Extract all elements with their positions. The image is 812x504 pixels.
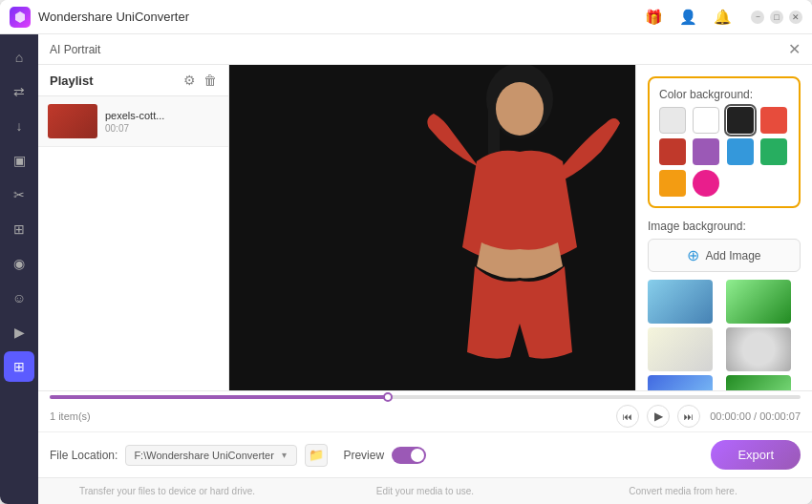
bg-image-4[interactable]	[726, 327, 791, 371]
sidebar-item-toolbox[interactable]: ⊞	[4, 351, 34, 382]
sidebar-item-screen[interactable]: ▣	[4, 145, 34, 176]
playlist-header: Playlist ⚙ 🗑	[38, 65, 228, 96]
play-button[interactable]: ▶	[647, 405, 670, 428]
playlist-item[interactable]: pexels-cott... 00:07	[38, 96, 228, 147]
color-grid	[659, 107, 789, 197]
bg-image-2[interactable]	[726, 280, 791, 324]
footer-item-1: Transfer your files to device or hard dr…	[38, 482, 296, 500]
bg-image-6[interactable]	[726, 375, 791, 390]
main-layout: ⌂ ⇄ ↓ ▣ ✂ ⊞ ◉ ☺ ▶ ⊞ AI Portrait ✕ Pla	[0, 34, 812, 504]
progress-thumb[interactable]	[383, 392, 393, 402]
app-title: Wondershare UniConverter	[38, 10, 640, 24]
maximize-button[interactable]: □	[770, 10, 783, 24]
color-swatch-lightgray[interactable]	[659, 107, 686, 134]
playlist-title: Playlist	[50, 74, 94, 88]
bg-image-5[interactable]	[648, 375, 713, 390]
color-background-section: Color background:	[648, 76, 801, 208]
left-panel: Playlist ⚙ 🗑 pexels-cott... 00:07	[38, 65, 229, 390]
minimize-button[interactable]: －	[751, 10, 764, 24]
color-swatch-orange[interactable]	[659, 170, 686, 197]
playlist-item-duration: 00:07	[105, 123, 219, 134]
file-location-label: File Location:	[50, 449, 118, 462]
color-swatch-green[interactable]	[760, 138, 787, 165]
sidebar-item-download[interactable]: ↓	[4, 111, 34, 141]
color-swatch-darkred[interactable]	[659, 138, 686, 165]
preview-toggle[interactable]	[392, 447, 426, 464]
ai-portrait-close[interactable]: ✕	[788, 40, 801, 58]
image-background-label: Image background:	[648, 220, 801, 233]
color-swatch-purple[interactable]	[693, 138, 719, 165]
bell-icon[interactable]: 🔔	[709, 4, 736, 31]
progress-fill	[50, 395, 388, 399]
playlist-thumbnail	[48, 104, 97, 138]
window-controls: － □ ✕	[751, 10, 802, 24]
file-path: F:\Wondershare UniConverter ▾	[125, 445, 297, 466]
title-bar-icons: 🎁 👤 🔔	[640, 4, 736, 31]
app-logo	[10, 7, 31, 28]
color-swatch-pink[interactable]	[693, 170, 719, 197]
file-row: File Location: F:\Wondershare UniConvert…	[38, 431, 812, 477]
sidebar-item-convert[interactable]: ⇄	[4, 76, 34, 107]
color-background-label: Color background:	[659, 88, 789, 101]
add-icon: ⊕	[687, 246, 699, 264]
time-display: 00:00:00 / 00:00:07	[710, 410, 801, 422]
sidebar-item-media[interactable]: ▶	[4, 317, 34, 347]
app-window: Wondershare UniConverter 🎁 👤 🔔 － □ ✕ ⌂ ⇄…	[0, 0, 812, 504]
progress-track[interactable]	[50, 395, 801, 399]
footer-item-2: Edit your media to use.	[296, 482, 554, 500]
close-button[interactable]: ✕	[789, 10, 802, 24]
color-swatch-red[interactable]	[760, 107, 787, 134]
bg-image-1[interactable]	[648, 280, 713, 324]
folder-button[interactable]: 📁	[305, 444, 328, 467]
playlist-item-name: pexels-cott...	[105, 110, 219, 121]
preview-label: Preview	[343, 449, 384, 462]
bottom-area: 1 item(s) ⏮ ▶ ⏭ 00:00:00 / 00:00:07 File…	[38, 390, 812, 477]
file-path-text: F:\Wondershare UniConverter	[134, 450, 274, 461]
color-swatch-white[interactable]	[693, 107, 719, 134]
image-background-section: Image background: ⊕ Add Image	[648, 220, 801, 390]
svg-point-3	[496, 82, 544, 136]
playlist-item-info: pexels-cott... 00:07	[105, 110, 219, 134]
sidebar-item-cut[interactable]: ✂	[4, 179, 34, 210]
playlist-delete-icon[interactable]: 🗑	[203, 73, 217, 88]
middle-section: Playlist ⚙ 🗑 pexels-cott... 00:07	[38, 65, 812, 390]
next-button[interactable]: ⏭	[677, 405, 700, 428]
items-count: 1 item(s)	[50, 410, 607, 422]
video-person	[372, 65, 636, 371]
title-bar: Wondershare UniConverter 🎁 👤 🔔 － □ ✕	[0, 0, 812, 34]
image-grid	[648, 280, 801, 390]
bg-image-3[interactable]	[648, 327, 713, 371]
sidebar-item-face[interactable]: ☺	[4, 283, 34, 313]
playback-bar	[38, 391, 812, 405]
sidebar-item-watermark[interactable]: ◉	[4, 248, 34, 279]
color-swatch-black[interactable]	[727, 107, 754, 134]
add-image-label: Add Image	[705, 249, 760, 262]
playlist-icons: ⚙ 🗑	[183, 73, 217, 88]
sidebar: ⌂ ⇄ ↓ ▣ ✂ ⊞ ◉ ☺ ▶ ⊞	[0, 34, 38, 504]
video-preview	[229, 65, 635, 390]
footer-strip: Transfer your files to device or hard dr…	[38, 477, 812, 504]
sidebar-item-home[interactable]: ⌂	[4, 42, 34, 73]
footer-item-3: Convert media from here.	[554, 482, 812, 500]
gift-icon[interactable]: 🎁	[640, 4, 667, 31]
color-swatch-blue[interactable]	[727, 138, 754, 165]
toggle-knob	[411, 449, 424, 462]
playback-buttons: ⏮ ▶ ⏭	[616, 405, 700, 428]
ai-portrait-header: AI Portrait ✕	[38, 34, 812, 65]
prev-button[interactable]: ⏮	[616, 405, 639, 428]
right-panel: Color background:	[635, 65, 812, 390]
playlist-settings-icon[interactable]: ⚙	[183, 73, 196, 88]
dropdown-icon[interactable]: ▾	[282, 450, 287, 460]
user-icon[interactable]: 👤	[674, 4, 701, 31]
export-button[interactable]: Export	[711, 440, 801, 470]
content-area: AI Portrait ✕ Playlist ⚙ 🗑	[38, 34, 812, 504]
controls-row: 1 item(s) ⏮ ▶ ⏭ 00:00:00 / 00:00:07	[38, 405, 812, 431]
add-image-button[interactable]: ⊕ Add Image	[648, 239, 801, 272]
ai-portrait-label: AI Portrait	[50, 43, 100, 56]
sidebar-item-merge[interactable]: ⊞	[4, 214, 34, 244]
